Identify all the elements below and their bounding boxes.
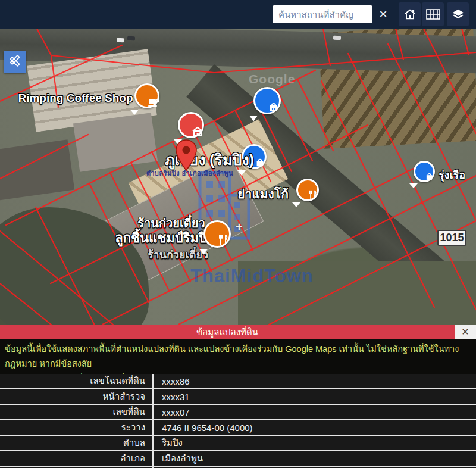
row-label: ตำบล (0, 436, 154, 450)
ruler-pencil-icon (8, 54, 22, 70)
google-watermark: Google (249, 72, 295, 86)
row-label: ระวาง (0, 420, 154, 435)
row-value: ริมปิง (154, 436, 183, 450)
home-icon (403, 8, 416, 21)
table-row-deed-number: เลขโฉนดที่ดิน xxxx86 (0, 374, 476, 388)
layers-icon (452, 8, 465, 21)
label-coffee-shop: Rimping Coffee Shop (8, 92, 143, 105)
grid-icon (426, 9, 440, 20)
row-value: 4746 II 9654-00 (4000) (154, 423, 253, 433)
measure-tools-button[interactable] (4, 51, 26, 73)
label-noodle-shop-3: ร้านก่วยเตี๋ยว (123, 246, 233, 263)
label-place-title: ภูเพียง (ริมปิง) (142, 148, 277, 171)
row-label: หน้าสำรวจ (0, 389, 154, 404)
close-icon: ✕ (378, 8, 387, 21)
row-value: xxxx07 (154, 407, 190, 417)
close-icon: ✕ (461, 326, 469, 338)
row-value: xxxx31 (154, 392, 190, 402)
row-label: เลขที่ดิน (0, 405, 154, 419)
grid-view-button[interactable] (422, 2, 444, 26)
table-row-survey-page: หน้าสำรวจ xxxx31 (0, 388, 476, 404)
table-row-district: อำเภอ เมืองลำพูน (0, 450, 476, 466)
panel-close-button[interactable]: ✕ (455, 325, 476, 339)
panel-title: ข้อมูลแปลงที่ดิน (0, 325, 455, 339)
parcel-info-table: เลขโฉนดที่ดิน xxxx86 หน้าสำรวจ xxxx31 เล… (0, 374, 476, 468)
row-label: เลขโฉนดที่ดิน (0, 374, 154, 388)
land-parcel-map-app: Google ThaiMidTown 1015 + Rimping Coffee… (0, 0, 476, 468)
topbar: ✕ (0, 0, 476, 29)
parcel-info-header: ข้อมูลแปลงที่ดิน ✕ (0, 325, 476, 339)
row-value: xxxx86 (154, 376, 190, 386)
satellite-map[interactable]: Google ThaiMidTown 1015 + Rimping Coffee… (0, 29, 476, 325)
search-clear-button[interactable]: ✕ (374, 2, 393, 26)
table-row-subdistrict: ตำบล ริมปิง (0, 435, 476, 450)
map-pin-icon (175, 139, 198, 171)
home-button[interactable] (399, 2, 421, 26)
table-row-map-sheet: ระวาง 4746 II 9654-00 (4000) (0, 419, 476, 435)
row-value: เมืองลำพูน (154, 451, 203, 466)
label-rungrueang: รุ่งเรือ (439, 166, 476, 183)
table-row-province: จังหวัด ลำพูน (0, 466, 476, 468)
road-shield-1015: 1015 (437, 230, 466, 246)
disclaimer: ข้อมูลนี้เพื่อใช้แสดงสภาพพื้นที่ตำแหน่งแ… (0, 339, 476, 374)
layers-button[interactable] (447, 2, 469, 26)
search-input[interactable] (273, 5, 372, 23)
disclaimer-line-1: ข้อมูลนี้เพื่อใช้แสดงสภาพพื้นที่ตำแหน่งแ… (5, 342, 471, 372)
row-label: อำเภอ (0, 451, 154, 466)
thaimidtown-watermark: ThaiMidTown (190, 266, 314, 287)
table-row-land-number: เลขที่ดิน xxxx07 (0, 404, 476, 419)
label-mango-eatery: ย่าแมงโก้ (227, 184, 299, 204)
